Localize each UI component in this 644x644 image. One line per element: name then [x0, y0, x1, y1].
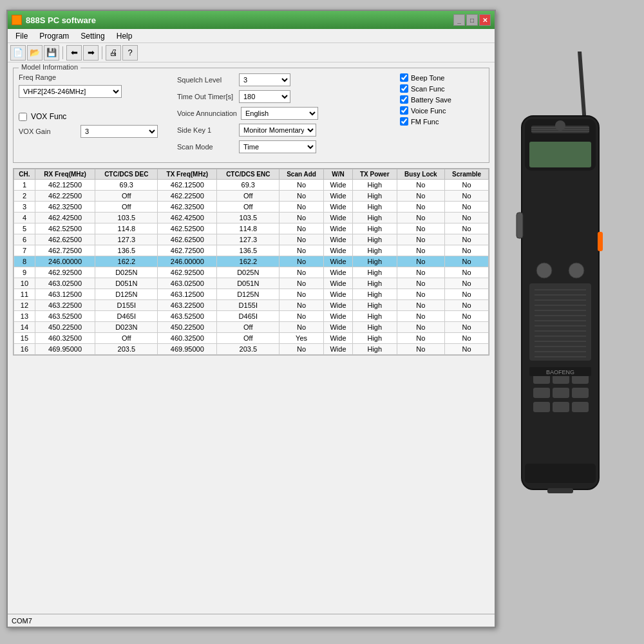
table-row[interactable]: 12463.22500D155I463.22500D155INoWideHigh… — [14, 300, 489, 311]
table-cell: 463.22500 — [35, 300, 95, 311]
table-row[interactable]: 10463.02500D051N463.02500D051NNoWideHigh… — [14, 278, 489, 289]
table-cell: D051N — [217, 278, 279, 289]
squelch-level-row: Squelch Level 3 — [177, 73, 390, 86]
table-cell: 462.12500 — [158, 180, 217, 191]
table-cell: No — [397, 234, 445, 245]
table-cell: D025N — [217, 267, 279, 278]
menu-program[interactable]: Program — [34, 30, 74, 42]
main-window: 888S PC software _ □ ✕ File Program Sett… — [6, 10, 496, 628]
table-row[interactable]: 3462.32500Off462.32500OffNoWideHighNoNo — [14, 202, 489, 213]
table-row[interactable]: 9462.92500D025N462.92500D025NNoWideHighN… — [14, 267, 489, 278]
table-cell: 462.92500 — [158, 267, 217, 278]
write-button[interactable]: ➡ — [83, 45, 99, 61]
menu-setting[interactable]: Setting — [75, 30, 109, 42]
table-cell: 460.32500 — [35, 333, 95, 344]
right-form: Beep Tone Scan Func Battery Save Vo — [400, 73, 484, 126]
table-row[interactable]: 5462.52500114.8462.52500114.8NoWideHighN… — [14, 223, 489, 234]
voice-func-checkbox[interactable] — [400, 106, 408, 115]
menu-help[interactable]: Help — [111, 30, 138, 42]
squelch-level-select[interactable]: 3 — [239, 73, 290, 86]
table-cell: 462.22500 — [158, 191, 217, 202]
table-row[interactable]: 2462.22500Off462.22500OffNoWideHighNoNo — [14, 191, 489, 202]
table-cell: No — [445, 322, 489, 333]
table-cell: D125N — [95, 289, 158, 300]
group-box-title: Model Information — [19, 63, 80, 71]
table-cell: No — [445, 202, 489, 213]
svg-rect-7 — [529, 142, 591, 167]
voice-ann-select[interactable]: English — [241, 107, 318, 120]
table-row[interactable]: 6462.62500127.3462.62500127.3NoWideHighN… — [14, 234, 489, 245]
table-row[interactable]: 14450.22500D023N450.22500OffNoWideHighNo… — [14, 322, 489, 333]
table-cell: No — [445, 300, 489, 311]
side-key1-label: Side Key 1 — [177, 126, 235, 134]
vox-func-checkbox[interactable] — [19, 113, 27, 121]
table-cell: 463.02500 — [158, 278, 217, 289]
timeout-timer-select[interactable]: 180 — [239, 90, 290, 103]
help-button[interactable]: ? — [122, 45, 138, 61]
status-bar: COM7 — [8, 614, 495, 627]
print-button[interactable]: 🖨 — [106, 45, 121, 61]
table-cell: 4 — [14, 213, 35, 223]
open-button[interactable]: 📂 — [27, 45, 43, 61]
table-cell: No — [279, 245, 324, 256]
table-row[interactable]: 4462.42500103.5462.42500103.5NoWideHighN… — [14, 213, 489, 223]
col-ctc-dec: CTC/DCS DEC — [95, 169, 158, 180]
table-cell: D465I — [217, 311, 279, 322]
battery-save-checkbox[interactable] — [400, 95, 408, 104]
table-cell: No — [445, 180, 489, 191]
table-row[interactable]: 11463.12500D125N463.12500D125NNoWideHigh… — [14, 289, 489, 300]
col-tx-power: TX Power — [353, 169, 397, 180]
table-row[interactable]: 1462.1250069.3462.1250069.3NoWideHighNoN… — [14, 180, 489, 191]
table-cell: 462.62500 — [35, 234, 95, 245]
table-cell: No — [397, 344, 445, 355]
status-com: COM7 — [12, 617, 32, 625]
table-cell: 246.00000 — [35, 256, 95, 267]
maximize-button[interactable]: □ — [466, 14, 478, 26]
vox-gain-select[interactable]: 3 — [80, 125, 158, 138]
menu-file[interactable]: File — [10, 30, 33, 42]
read-button[interactable]: ⬅ — [66, 45, 82, 61]
fm-func-label: FM Func — [411, 118, 439, 126]
freq-range-select[interactable]: VHF2[245-246MHz] — [19, 85, 122, 98]
table-row[interactable]: 15460.32500Off460.32500OffYesWideHighNoN… — [14, 333, 489, 344]
table-cell: 162.2 — [217, 256, 279, 267]
table-cell: 14 — [14, 322, 35, 333]
scan-func-checkbox[interactable] — [400, 84, 408, 93]
table-cell: No — [445, 289, 489, 300]
table-cell: High — [353, 202, 397, 213]
walkie-talkie-image: BAOFENG — [483, 52, 625, 567]
table-cell: No — [397, 202, 445, 213]
close-button[interactable]: ✕ — [479, 14, 491, 26]
table-row[interactable]: 8246.00000162.2246.00000162.2NoWideHighN… — [14, 256, 489, 267]
table-cell: D155I — [217, 300, 279, 311]
table-cell: High — [353, 300, 397, 311]
new-button[interactable]: 📄 — [10, 45, 26, 61]
table-row[interactable]: 16469.95000203.5469.95000203.5NoWideHigh… — [14, 344, 489, 355]
table-row[interactable]: 13463.52500D465I463.52500D465INoWideHigh… — [14, 311, 489, 322]
table-cell: No — [279, 322, 324, 333]
beep-tone-checkbox[interactable] — [400, 73, 408, 82]
table-cell: No — [279, 256, 324, 267]
table-cell: 5 — [14, 223, 35, 234]
table-cell: Wide — [323, 278, 352, 289]
scan-mode-select[interactable]: Time — [239, 140, 316, 153]
fm-func-checkbox[interactable] — [400, 117, 408, 126]
table-cell: D051N — [95, 278, 158, 289]
table-cell: 463.52500 — [158, 311, 217, 322]
vox-gain-row: VOX Gain 3 — [19, 125, 167, 138]
col-ch: CH. — [14, 169, 35, 180]
table-row[interactable]: 7462.72500136.5462.72500136.5NoWideHighN… — [14, 245, 489, 256]
svg-rect-40 — [547, 488, 573, 493]
table-cell: High — [353, 311, 397, 322]
minimize-button[interactable]: _ — [453, 14, 465, 26]
table-cell: High — [353, 344, 397, 355]
table-cell: No — [397, 223, 445, 234]
table-cell: 463.22500 — [158, 300, 217, 311]
side-key1-select[interactable]: Monitor Momentary — [239, 124, 316, 137]
table-cell: No — [279, 213, 324, 223]
table-cell: 462.52500 — [158, 223, 217, 234]
scan-func-label: Scan Func — [411, 85, 445, 93]
table-cell: No — [397, 256, 445, 267]
table-cell: 9 — [14, 267, 35, 278]
save-button[interactable]: 💾 — [44, 45, 59, 61]
